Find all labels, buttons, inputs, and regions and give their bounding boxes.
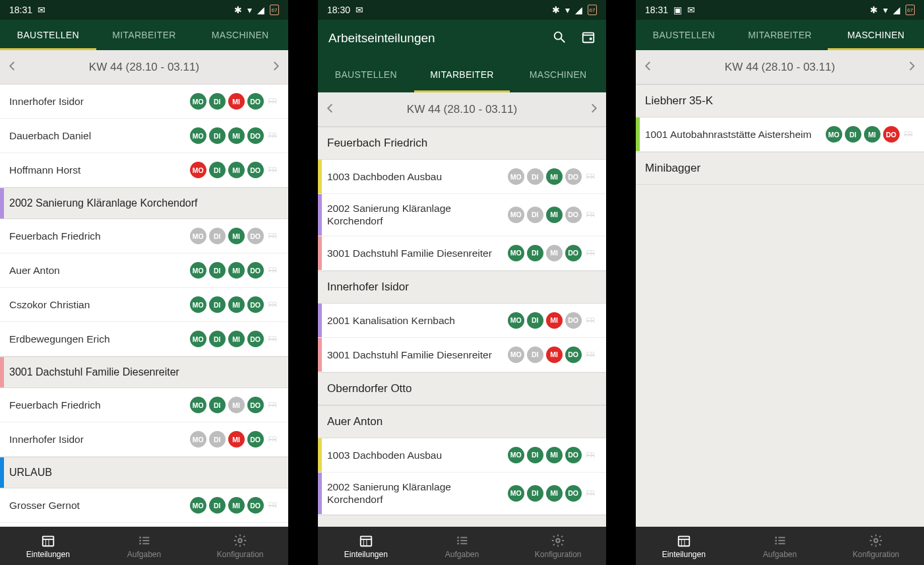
day-chip: MI: [228, 162, 245, 178]
list-item[interactable]: Feuerbach FriedrichMODIMIDOFR: [0, 388, 288, 422]
week-prev[interactable]: [324, 100, 336, 119]
day-chip: DO: [247, 296, 264, 313]
week-prev[interactable]: [642, 58, 654, 77]
week-next[interactable]: [270, 58, 282, 77]
day-chip: DI: [527, 347, 543, 363]
battery-icon: 67: [906, 5, 915, 15]
nav-einteilungen[interactable]: Einteilungen: [0, 527, 96, 565]
search-icon[interactable]: [552, 30, 567, 47]
list-item[interactable]: 2002 Sanierung Kläranlage KorchendorfMOD…: [318, 473, 606, 515]
tab-maschinen[interactable]: MASCHINEN: [828, 20, 924, 50]
assignment-list[interactable]: Innerhofer IsidorMODIMIDOFRDauerbach Dan…: [0, 84, 288, 527]
nav-aufgaben[interactable]: Aufgaben: [414, 527, 510, 565]
section-header[interactable]: Innerhofer Isidor: [318, 271, 606, 304]
day-faint: FR: [584, 490, 597, 497]
day-faint: FR: [584, 317, 597, 324]
day-chip: DI: [527, 312, 543, 329]
svg-rect-27: [679, 536, 690, 546]
section-header[interactable]: URLAUB: [0, 457, 288, 488]
mail-icon: ✉: [355, 5, 363, 15]
calendar-grid-icon: [677, 533, 691, 548]
nav-konfiguration[interactable]: Konfiguration: [192, 527, 288, 565]
list-item[interactable]: Auer AntonMODIMIDOFR: [0, 253, 288, 288]
list-item[interactable]: Dauerbach DanielMODIMIDOFR: [0, 119, 288, 153]
section-header[interactable]: 3001 Dachstuhl Familie Diesenreiter: [0, 356, 288, 388]
row-label: 2002 Sanierung Kläranlage Korchendorf: [327, 481, 508, 506]
row-label: 1003 Dachboden Ausbau: [327, 449, 508, 461]
row-label: Innerhofer Isidor: [9, 95, 190, 108]
nav-aufgaben[interactable]: Aufgaben: [732, 527, 828, 565]
day-chips: MODIMIDOFR: [508, 168, 597, 185]
week-prev[interactable]: [7, 58, 18, 77]
section-header[interactable]: Minibagger: [636, 152, 924, 185]
svg-rect-14: [590, 38, 592, 40]
svg-point-26: [556, 539, 560, 543]
list-item[interactable]: Cszokor ChristianMODIMIDOFR: [0, 288, 288, 322]
nav-konfiguration[interactable]: Konfiguration: [510, 527, 606, 565]
nav-label: Einteilungen: [344, 550, 388, 559]
list-icon: [773, 533, 787, 548]
day-chip: MI: [546, 312, 563, 329]
nav-einteilungen[interactable]: Einteilungen: [636, 527, 732, 565]
wifi-icon: ▾: [565, 5, 570, 15]
section-header[interactable]: 2002 Sanierung Kläranlage Korchendorf: [0, 187, 288, 219]
svg-rect-7: [142, 537, 149, 538]
tab-maschinen[interactable]: MASCHINEN: [192, 20, 288, 50]
list-item[interactable]: 1003 Dachboden AusbauMODIMIDOFR: [318, 160, 606, 194]
day-chips: MODIMIDOFR: [508, 245, 597, 261]
top-tabs: BAUSTELLEN MITARBEITER MASCHINEN: [636, 20, 924, 50]
calendar-icon[interactable]: [581, 30, 596, 47]
list-item[interactable]: Innerhofer IsidorMODIMIDOFR: [0, 422, 288, 457]
day-faint: FR: [266, 132, 279, 139]
assignment-list[interactable]: Liebherr 35-K1001 Autobahnraststätte Ais…: [636, 84, 924, 527]
day-chip: MI: [228, 497, 245, 514]
day-chip: DI: [845, 126, 861, 143]
assignment-list[interactable]: Feuerbach Friedrich1003 Dachboden Ausbau…: [318, 127, 606, 527]
tab-mitarbeiter[interactable]: MITARBEITER: [732, 20, 828, 50]
week-next[interactable]: [588, 100, 600, 119]
tab-baustellen[interactable]: BAUSTELLEN: [0, 20, 96, 50]
row-label: Dauerbach Daniel: [9, 129, 190, 142]
tab-mitarbeiter[interactable]: MITARBEITER: [96, 20, 193, 50]
bluetooth-icon: ✱: [870, 5, 878, 15]
tab-maschinen[interactable]: MASCHINEN: [510, 57, 606, 92]
list-item[interactable]: 3001 Dachstuhl Familie DiesenreiterMODIM…: [318, 338, 606, 372]
nav-aufgaben[interactable]: Aufgaben: [96, 527, 193, 565]
section-header[interactable]: Cszokor Christian: [318, 515, 606, 527]
day-faint: FR: [266, 166, 279, 174]
status-time: 18:31: [645, 5, 668, 15]
tab-baustellen[interactable]: BAUSTELLEN: [636, 20, 732, 50]
list-item[interactable]: Feuerbach FriedrichMODIMIDOFR: [0, 219, 288, 253]
day-chip: MO: [508, 245, 524, 261]
day-chip: MI: [228, 93, 245, 110]
list-item[interactable]: 2002 Sanierung Kläranlage KorchendorfMOD…: [318, 194, 606, 236]
day-chip: DO: [565, 347, 582, 363]
nav-label: Konfiguration: [217, 550, 264, 559]
list-item[interactable]: 1001 Autobahnraststätte AistersheimMODIM…: [636, 117, 924, 152]
day-chips: MODIMIDOFR: [190, 431, 279, 448]
section-header[interactable]: Oberndorfer Otto: [318, 372, 606, 405]
svg-rect-36: [778, 543, 785, 544]
tab-mitarbeiter[interactable]: MITARBEITER: [414, 57, 510, 92]
day-chips: MODIMIDOFR: [190, 228, 279, 244]
section-header[interactable]: Auer Anton: [318, 405, 606, 438]
list-item[interactable]: 3001 Dachstuhl Familie DiesenreiterMODIM…: [318, 236, 606, 271]
section-header[interactable]: Feuerbach Friedrich: [318, 127, 606, 160]
nav-konfiguration[interactable]: Konfiguration: [828, 527, 924, 565]
day-chip: DI: [209, 397, 226, 413]
list-item[interactable]: Erdbewegungen ErichMODIMIDOFR: [0, 322, 288, 356]
app-bar: Arbeitseinteilungen: [318, 20, 606, 57]
mail-icon: ✉: [687, 5, 695, 15]
section-header[interactable]: Liebherr 35-K: [636, 84, 924, 117]
nav-einteilungen[interactable]: Einteilungen: [318, 527, 414, 565]
day-chips: MODIMIDOFR: [508, 485, 597, 502]
day-chip: DI: [527, 168, 543, 185]
week-next[interactable]: [906, 58, 917, 77]
list-item[interactable]: 2001 Kanalisation KernbachMODIMIDOFR: [318, 304, 606, 338]
list-item[interactable]: Hoffmann HorstMODIMIDOFR: [0, 153, 288, 187]
row-label: 2001 Kanalisation Kernbach: [327, 314, 508, 327]
tab-baustellen[interactable]: BAUSTELLEN: [318, 57, 414, 92]
list-item[interactable]: Grosser GernotMODIMIDOFR: [0, 488, 288, 523]
list-item[interactable]: 1003 Dachboden AusbauMODIMIDOFR: [318, 438, 606, 473]
list-item[interactable]: Innerhofer IsidorMODIMIDOFR: [0, 84, 288, 119]
